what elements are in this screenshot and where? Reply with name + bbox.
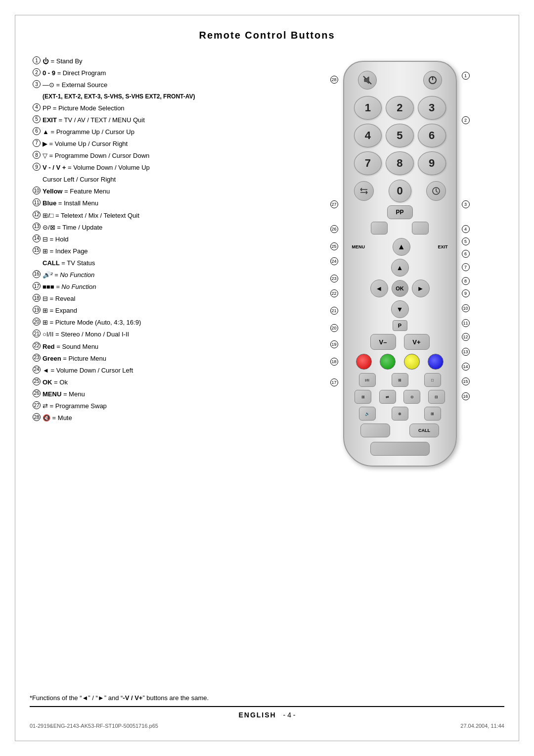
- remote-label-r12: 12: [462, 333, 470, 341]
- remote-label-25: 25: [330, 242, 338, 250]
- small-btn-21c[interactable]: □: [424, 373, 441, 387]
- remote-label-r14: 14: [462, 363, 470, 371]
- ext-button[interactable]: [426, 181, 446, 201]
- swap-button[interactable]: [354, 181, 374, 201]
- remote-label-r5: 5: [462, 237, 470, 245]
- remote-label-18: 18: [330, 358, 338, 366]
- footer-divider: ENGLISH - 4 -: [30, 706, 504, 719]
- small-btn-20c[interactable]: ⊝: [403, 390, 420, 404]
- small-btn-21a[interactable]: I/II: [359, 373, 376, 387]
- remote-label-r8: 8: [462, 277, 470, 285]
- remote-label-21: 21: [330, 307, 338, 315]
- btn-row26-left[interactable]: [371, 222, 388, 235]
- remote-label-28: 28: [330, 76, 338, 84]
- top-button-row: [344, 62, 456, 94]
- small-btn-20d[interactable]: ⊟: [428, 390, 445, 404]
- small-btn-19b[interactable]: ⊕: [392, 407, 408, 421]
- num-btn-4[interactable]: 4: [354, 124, 382, 147]
- bottom-btn-18a[interactable]: [360, 424, 390, 437]
- small-btn-row-19: 🔊 ⊕ ⊞: [344, 405, 456, 422]
- row-26: [344, 220, 456, 236]
- remote-label-r9: 9: [462, 289, 470, 297]
- remote-label-r4: 4: [462, 225, 470, 233]
- btn-row26-right[interactable]: [412, 222, 429, 235]
- small-btn-row-20: ⊞ ⇄ ⊝ ⊟: [344, 388, 456, 405]
- yellow-button[interactable]: [404, 354, 420, 370]
- num-btn-7[interactable]: 7: [354, 151, 382, 175]
- remote-label-20: 20: [330, 324, 338, 332]
- num-btn-1[interactable]: 1: [354, 96, 382, 120]
- doc-info-right: 27.04.2004, 11:44: [460, 723, 504, 729]
- remote-label-24: 24: [330, 257, 338, 265]
- remote-label-r2: 2: [462, 116, 470, 124]
- num-btn-5[interactable]: 5: [386, 124, 414, 147]
- remote-label-r6: 6: [462, 250, 470, 258]
- bottom-btn-18b[interactable]: CALL: [409, 424, 439, 437]
- dpad-left-button[interactable]: ◄: [370, 280, 388, 297]
- small-btn-row-21: I/II ⊞ □: [344, 372, 456, 388]
- pp-button[interactable]: PP: [387, 205, 413, 219]
- remote-label-22: 22: [330, 289, 338, 297]
- small-btn-20a[interactable]: ⊞: [355, 390, 371, 404]
- num-btn-2[interactable]: 2: [386, 96, 414, 120]
- vol-row: V– V+: [344, 332, 456, 352]
- num-btn-9[interactable]: 9: [418, 151, 446, 175]
- dpad-down-button[interactable]: ▼: [391, 300, 409, 318]
- remote-label-r1: 1: [462, 72, 470, 80]
- remote-label-23: 23: [330, 275, 338, 283]
- numpad: 1 2 3 4 5 6 7 8 9: [344, 94, 456, 178]
- remote-control: 1 2 3 4 5 6 7 8 9 0: [343, 61, 457, 467]
- swap-zero-ext-row: 0: [344, 178, 456, 204]
- num-btn-6[interactable]: 6: [418, 124, 446, 147]
- remote-label-r10: 10: [462, 304, 470, 312]
- dpad-up-button[interactable]: ▲: [391, 259, 409, 277]
- prog-up-button[interactable]: ▲: [393, 238, 410, 256]
- remote-wrapper: 1 2 3 4 5 6 7 8 9 0: [295, 56, 504, 467]
- remote-label-17: 17: [330, 378, 338, 386]
- ok-button[interactable]: OK: [392, 280, 408, 297]
- bottom-btn-row-18: CALL: [344, 422, 456, 439]
- footnote: *Functions of the “◄” / “►” and “-V / V+…: [30, 694, 504, 702]
- color-buttons-row: [344, 352, 456, 372]
- vol-minus-button[interactable]: V–: [370, 334, 396, 350]
- blue-button[interactable]: [428, 354, 444, 370]
- doc-info-left: 01-2919&ENG-2143-AK53-RF-ST10P-50051716.…: [30, 723, 158, 729]
- small-btn-19c[interactable]: ⊞: [424, 407, 441, 421]
- bottom-btn-17[interactable]: [370, 442, 430, 456]
- exit-button[interactable]: EXIT: [438, 244, 447, 249]
- mute-button[interactable]: [358, 71, 377, 90]
- remote-label-r11: 11: [462, 319, 470, 327]
- red-button[interactable]: [356, 354, 372, 370]
- remote-label-r15: 15: [462, 378, 470, 385]
- remote-label-r7: 7: [462, 263, 470, 271]
- pp-row: PP: [344, 204, 456, 220]
- small-btn-20b[interactable]: ⇄: [379, 390, 396, 404]
- p-button[interactable]: P: [393, 320, 407, 331]
- remote-label-r16: 16: [462, 392, 470, 400]
- footer-lang: ENGLISH: [238, 711, 276, 719]
- remote-label-r3: 3: [462, 200, 470, 208]
- dpad-container: ▲ ◄ OK ► ▼: [344, 258, 456, 319]
- dpad: ▲ ◄ OK ► ▼: [370, 259, 430, 318]
- remote-label-r13: 13: [462, 348, 470, 356]
- num-btn-8[interactable]: 8: [386, 151, 414, 175]
- menu-button[interactable]: MENU: [352, 244, 365, 249]
- footer-page: - 4 -: [283, 711, 296, 719]
- vol-plus-button[interactable]: V+: [404, 334, 430, 350]
- dpad-right-button[interactable]: ►: [412, 280, 430, 297]
- remote-label-19: 19: [330, 340, 338, 348]
- bottom-row-17: [344, 439, 456, 459]
- num-btn-0[interactable]: 0: [389, 180, 411, 202]
- standby-button[interactable]: [423, 71, 442, 90]
- num-btn-3[interactable]: 3: [418, 96, 446, 120]
- green-button[interactable]: [380, 354, 396, 370]
- small-btn-19a[interactable]: 🔊: [359, 407, 376, 421]
- remote-label-27: 27: [330, 200, 338, 208]
- menu-exit-row: MENU ▲ EXIT: [344, 236, 456, 258]
- small-btn-21b[interactable]: ⊞: [392, 373, 408, 387]
- remote-label-26: 26: [330, 225, 338, 233]
- p-btn-row: P: [344, 319, 456, 332]
